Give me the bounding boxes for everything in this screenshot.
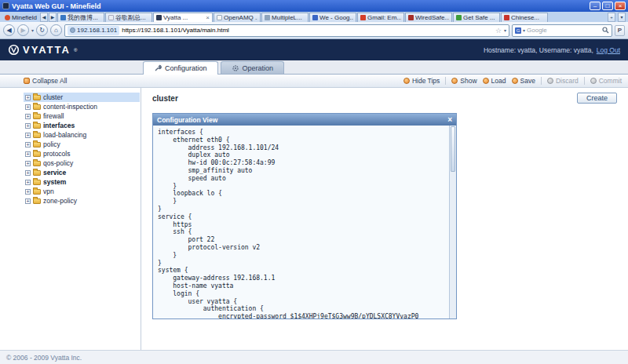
logout-link[interactable]: Log Out (597, 46, 620, 54)
vyatta-toolbar: Collapse All Hide Tips Show Load Save (0, 75, 628, 88)
save-button[interactable]: Save (512, 77, 535, 85)
collapse-all-icon (24, 78, 30, 84)
browser-tab-active[interactable]: Vyatta ... × (153, 13, 213, 22)
commit-button[interactable]: Commit (590, 77, 622, 85)
tab-favicon (456, 15, 462, 20)
config-text: interfaces { ethernet eth0 { address 192… (158, 129, 445, 318)
sidebar-item-vpn[interactable]: + vpn (24, 187, 140, 196)
expand-icon[interactable]: + (25, 95, 31, 100)
browser-tab[interactable]: We - Goog... (309, 13, 356, 22)
browser-tab[interactable]: Get Safe ... (453, 13, 500, 22)
forward-icon[interactable]: ▶ (17, 24, 29, 36)
discard-icon (547, 78, 553, 84)
discard-label: Discard (556, 77, 579, 85)
minefield-chip[interactable]: Minefield (2, 13, 40, 22)
configuration-view-title: Configuration View (157, 116, 217, 124)
panel-close-icon[interactable]: × (447, 116, 452, 124)
browser-tab[interactable]: OpenAMQ ... (214, 13, 261, 22)
folder-icon (33, 189, 41, 195)
tab-operation[interactable]: Operation (221, 61, 285, 74)
create-button[interactable]: Create (577, 93, 617, 104)
browser-tab[interactable]: 我的微博... (57, 13, 104, 22)
sidebar-item-service[interactable]: + service (24, 168, 140, 177)
load-icon (483, 78, 489, 84)
folder-icon (33, 180, 41, 185)
tab-favicon (312, 15, 318, 20)
vyatta-tabbar: Configuration Operation (0, 60, 628, 75)
tab-favicon (504, 15, 509, 20)
configuration-view-header[interactable]: Configuration View × (153, 114, 456, 126)
toolbar-separator (541, 77, 542, 85)
browser-tab[interactable]: Chinese... (501, 13, 548, 22)
show-button[interactable]: Show (451, 77, 476, 85)
sidebar-item-zone-policy[interactable]: + zone-policy (24, 196, 140, 206)
reload-icon[interactable]: ↻ (36, 24, 48, 36)
discard-button[interactable]: Discard (547, 77, 579, 85)
sidebar-item-policy[interactable]: + policy (24, 140, 140, 149)
expand-icon[interactable]: + (25, 133, 31, 138)
expand-icon[interactable]: + (25, 161, 31, 166)
expand-icon[interactable]: + (25, 189, 31, 195)
expand-icon[interactable]: + (25, 114, 31, 119)
browser-tab[interactable]: 谷歌副总... (105, 13, 152, 22)
list-all-tabs-icon[interactable]: ▾ (618, 13, 626, 22)
expand-icon[interactable]: + (25, 104, 31, 110)
window-controls: – □ × (590, 2, 626, 10)
history-dropdown-icon[interactable]: ▾ (31, 27, 34, 33)
sidebar-item-load-balancing[interactable]: + load-balancing (24, 130, 140, 140)
expand-icon[interactable]: + (25, 198, 31, 204)
expand-icon[interactable]: + (25, 123, 31, 129)
folder-icon (33, 104, 41, 110)
sidebar-item-cluster[interactable]: + cluster (24, 93, 140, 102)
configuration-view-body: interfaces { ethernet eth0 { address 192… (153, 126, 456, 318)
search-input[interactable]: G ▾ Google (512, 24, 612, 37)
bookmark-star-icon[interactable]: ☆ (495, 27, 502, 35)
expand-icon[interactable]: + (25, 180, 31, 185)
tab-operation-label: Operation (243, 64, 274, 72)
browser-navbar: ◀ ▶ ▾ ↻ ⌂ 192.168.1.101 https://192.168.… (0, 22, 628, 39)
hide-tips-button[interactable]: Hide Tips (403, 77, 440, 85)
close-button[interactable]: × (615, 2, 626, 10)
expand-icon[interactable]: + (25, 142, 31, 147)
scrollbar-thumb[interactable] (451, 126, 455, 172)
maximize-button[interactable]: □ (602, 2, 613, 10)
site-identity-icon (70, 27, 75, 33)
load-button[interactable]: Load (483, 77, 506, 85)
url-text[interactable]: https://192.168.1.101/Vyatta/main.html (122, 27, 493, 34)
expand-icon[interactable]: + (25, 151, 31, 157)
commit-label: Commit (599, 77, 622, 85)
url-bar[interactable]: 192.168.1.101 https://192.168.1.101/Vyat… (64, 24, 509, 37)
site-identity-chip[interactable]: 192.168.1.101 (68, 26, 119, 35)
search-engine-dropdown-icon[interactable]: ▾ (523, 27, 525, 33)
url-dropdown-icon[interactable]: ▾ (504, 27, 506, 33)
search-magnifier-icon[interactable] (602, 27, 609, 34)
minimize-button[interactable]: – (590, 2, 601, 10)
tabstrip-right-buttons: + ▾ (608, 13, 626, 22)
gear-icon (232, 64, 239, 72)
new-tab-icon[interactable]: + (608, 13, 615, 22)
home-icon[interactable]: ⌂ (50, 24, 62, 36)
browser-tab[interactable]: MultipleL... (261, 13, 309, 22)
tab-favicon (60, 15, 66, 20)
expand-icon[interactable]: + (25, 170, 31, 176)
collapse-all-button[interactable]: Collapse All (24, 77, 67, 85)
sidebar-item-content-inspection[interactable]: + content-inspection (24, 102, 140, 111)
search-engine-icon[interactable]: G (515, 27, 521, 34)
tab-scroll-right-icon[interactable]: ▶ (49, 13, 57, 22)
sidebar-item-firewall[interactable]: + firewall (24, 111, 140, 121)
tab-close-icon[interactable]: × (206, 15, 210, 21)
search-placeholder: Google (527, 27, 601, 34)
tab-scroll-left-icon[interactable]: ◀ (40, 13, 48, 22)
back-icon[interactable]: ◀ (3, 24, 15, 36)
sidebar-item-system[interactable]: + system (24, 177, 140, 187)
tab-favicon (217, 15, 222, 20)
tab-configuration[interactable]: Configuration (143, 61, 218, 75)
extension-button[interactable]: P (615, 25, 625, 36)
sidebar-item-qos-policy[interactable]: + qos-policy (24, 158, 140, 168)
browser-tab[interactable]: Gmail: Em... (357, 13, 404, 22)
browser-tab[interactable]: WiredSafe... (405, 13, 452, 22)
sidebar-item-interfaces[interactable]: + interfaces (24, 121, 140, 130)
sidebar-item-protocols[interactable]: + protocols (24, 149, 140, 158)
registered-mark: ® (74, 48, 77, 53)
panel-scrollbar[interactable] (449, 126, 456, 318)
